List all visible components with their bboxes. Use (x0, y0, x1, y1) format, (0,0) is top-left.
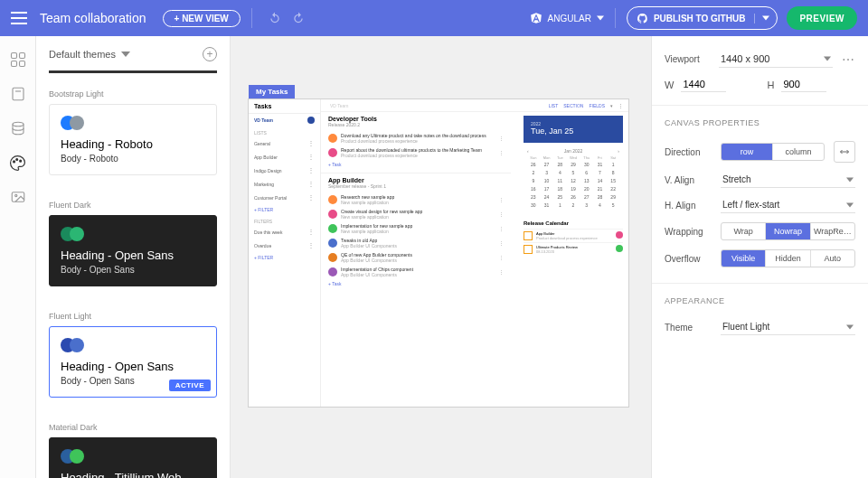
filter-icon[interactable]: ▾ (610, 103, 613, 108)
hamburger-icon[interactable] (11, 12, 27, 24)
list-item[interactable]: Due this week⋮ (249, 225, 320, 239)
valign-select[interactable]: Stretch (721, 172, 855, 188)
theme-card-bootstrap-light[interactable]: Heading - Roboto Body - Roboto (49, 104, 217, 175)
section-mode[interactable]: SECTION (563, 103, 583, 108)
list-item[interactable]: Indigo Design⋮ (249, 164, 320, 177)
my-tasks-tab[interactable]: My Tasks (249, 85, 295, 98)
cal-day[interactable]: 4 (553, 169, 566, 176)
task-item[interactable]: QE of new App Builder componentsApp Buil… (321, 250, 511, 265)
preview-button[interactable]: PREVIEW (787, 6, 857, 30)
cal-day[interactable]: 20 (580, 185, 593, 192)
cal-day[interactable]: 1 (607, 161, 619, 168)
cal-day[interactable]: 3 (541, 169, 553, 176)
cal-day[interactable]: 11 (553, 177, 566, 184)
list-item[interactable]: Customer Portal⋮ (249, 191, 320, 204)
height-input[interactable] (781, 77, 826, 92)
add-filter[interactable]: + FILTER (249, 252, 320, 263)
theme-card-fluent-light[interactable]: Heading - Open Sans Body - Open Sans ACT… (49, 326, 217, 398)
add-theme-button[interactable]: + (203, 47, 217, 61)
theme-card-fluent-dark[interactable]: Heading - Open Sans Body - Open Sans (49, 215, 217, 286)
page-icon[interactable] (9, 85, 27, 103)
cal-day[interactable]: 29 (567, 161, 580, 168)
cal-day[interactable]: 25 (553, 193, 566, 201)
cal-day[interactable]: 24 (541, 193, 553, 201)
cal-day[interactable]: 26 (567, 193, 580, 201)
width-input[interactable] (681, 77, 726, 92)
task-item[interactable]: Tweaks in old AppApp Builder UI Componen… (321, 236, 511, 250)
overflow-auto[interactable]: Auto (811, 250, 854, 267)
cal-day[interactable]: 19 (567, 185, 580, 192)
cal-day[interactable]: 22 (607, 185, 619, 192)
cal-day[interactable]: 23 (527, 193, 540, 201)
cal-day[interactable]: 7 (594, 169, 607, 176)
cal-day[interactable]: 13 (580, 177, 593, 184)
cal-day[interactable]: 1 (553, 202, 566, 209)
cal-prev[interactable]: ‹ (527, 148, 529, 154)
cal-next[interactable]: › (618, 148, 619, 154)
add-task[interactable]: + Task (321, 160, 511, 169)
release-item[interactable]: App BuilderProduct download process expe… (524, 229, 623, 242)
cal-day[interactable]: 9 (527, 177, 540, 184)
theme-select[interactable]: Fluent Light (721, 319, 855, 335)
halign-select[interactable]: Left / flex-start (721, 197, 855, 213)
wraprev-btn[interactable]: WrapRe… (811, 223, 854, 239)
cal-day[interactable]: 6 (580, 169, 593, 176)
cal-day[interactable]: 8 (607, 169, 619, 176)
list-item[interactable]: Overdue⋮ (249, 239, 320, 252)
swap-button[interactable] (834, 141, 855, 163)
task-item[interactable]: Download any Ultimate product and take n… (321, 131, 511, 145)
redo-icon[interactable] (292, 12, 305, 24)
task-item[interactable]: Implementation for new sample appNew sam… (321, 221, 511, 236)
add-task[interactable]: + Task (321, 279, 511, 288)
theme-card-material-dark[interactable]: Heading - Titillium Web Body - Titillium… (49, 437, 217, 478)
themes-icon[interactable] (9, 154, 27, 172)
cal-day[interactable]: 26 (527, 161, 540, 168)
list-mode[interactable]: LIST (549, 103, 559, 108)
new-view-button[interactable]: + NEW VIEW (163, 10, 241, 27)
cal-day[interactable]: 31 (541, 202, 553, 209)
list-item[interactable]: App Builder⋮ (249, 150, 320, 164)
undo-icon[interactable] (269, 12, 281, 24)
cal-day[interactable]: 31 (594, 161, 607, 168)
cal-day[interactable]: 4 (594, 202, 607, 209)
viewport-select[interactable]: 1440 x 900 (719, 51, 833, 68)
task-item[interactable]: Report about the downloaded ultimate pro… (321, 145, 511, 160)
publish-button[interactable]: PUBLISH TO GITHUB (627, 6, 778, 30)
cal-day[interactable]: 5 (567, 169, 580, 176)
overflow-visible[interactable]: Visible (722, 250, 766, 267)
cal-day[interactable]: 30 (580, 161, 593, 168)
assets-icon[interactable] (9, 188, 27, 206)
publish-dropdown[interactable] (754, 14, 777, 23)
list-item[interactable]: General⋮ (249, 136, 320, 150)
overflow-hidden[interactable]: Hidden (766, 250, 810, 267)
cal-day[interactable]: 28 (594, 193, 607, 201)
nowrap-btn[interactable]: Nowrap (766, 223, 810, 239)
more-icon[interactable]: ⋮ (618, 103, 623, 108)
theme-select[interactable]: Default themes (49, 49, 130, 60)
cal-day[interactable]: 2 (567, 202, 580, 209)
cal-day[interactable]: 15 (607, 177, 619, 184)
cal-day[interactable]: 29 (607, 193, 619, 201)
data-icon[interactable] (9, 119, 27, 137)
cal-day[interactable]: 10 (541, 177, 553, 184)
framework-select[interactable]: ANGULAR (530, 12, 604, 24)
cal-day[interactable]: 12 (567, 177, 580, 184)
cal-day[interactable]: 30 (527, 202, 540, 209)
components-icon[interactable] (9, 51, 27, 69)
cal-day[interactable]: 18 (553, 185, 566, 192)
cal-day[interactable]: 28 (553, 161, 566, 168)
task-item[interactable]: Research new sample appNew sample applic… (321, 192, 511, 207)
cal-day[interactable]: 27 (580, 193, 593, 201)
release-item[interactable]: Ultimate Products Review08.13.2020 (524, 242, 623, 256)
task-item[interactable]: Implementation of Chips componentApp Bui… (321, 265, 511, 279)
cal-day[interactable]: 27 (541, 161, 553, 168)
direction-column[interactable]: column (773, 144, 824, 160)
cal-day[interactable]: 16 (527, 185, 540, 192)
add-filter[interactable]: + FILTER (249, 204, 320, 215)
cal-day[interactable]: 3 (580, 202, 593, 209)
fields-mode[interactable]: FIELDS (589, 103, 605, 108)
task-item[interactable]: Create visual design for new sample appN… (321, 207, 511, 221)
cal-day[interactable]: 17 (541, 185, 553, 192)
direction-row[interactable]: row (722, 144, 773, 160)
cal-day[interactable]: 5 (607, 202, 619, 209)
